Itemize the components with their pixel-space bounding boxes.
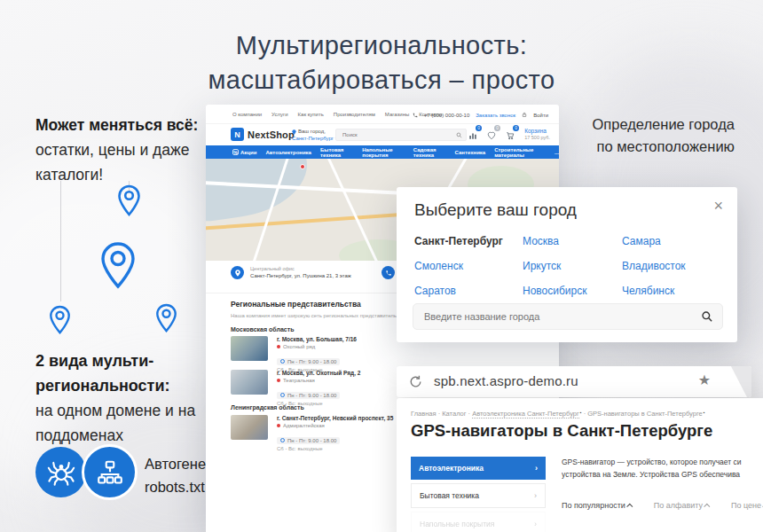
breadcrumb-link[interactable]: GPS-навигаторы в Санкт-Петербурге xyxy=(587,410,702,418)
bookmark-star-icon[interactable]: ★ xyxy=(698,372,711,388)
refresh-icon[interactable] xyxy=(408,374,423,389)
clock-icon xyxy=(280,393,285,397)
city-list: Санкт-Петербург Москва Самара Смоленск И… xyxy=(414,235,728,297)
menu-item[interactable]: Строительные материалы xyxy=(494,147,546,158)
page-title: Мультирегиональность: масштабироваться –… xyxy=(0,28,763,98)
city-link[interactable]: Новосибирск xyxy=(523,285,622,297)
compare-icon[interactable]: 0 xyxy=(468,128,478,137)
store-photo xyxy=(231,370,268,395)
metro-icon xyxy=(277,424,280,427)
shop-logo[interactable]: N NextShop xyxy=(231,128,295,141)
sidebar-item-active[interactable]: Автоэлектроника› xyxy=(411,457,546,480)
city-link[interactable]: Самара xyxy=(622,235,728,247)
map-pin-icon xyxy=(99,241,137,289)
shop-topbar: О компании Услуги Как купить Производите… xyxy=(206,105,559,124)
top-link[interactable]: Как купить xyxy=(298,112,324,117)
url-text[interactable]: spb.next.aspro-demo.ru xyxy=(434,373,578,388)
menu-item[interactable]: Сантехника xyxy=(455,150,486,155)
city-link[interactable]: Москва xyxy=(523,235,622,247)
map-pin-icon xyxy=(117,184,141,216)
breadcrumb-link[interactable]: Автоэлектроника Санкт-Петербург xyxy=(472,410,579,419)
favorites-icon[interactable]: 0 xyxy=(487,128,497,137)
city-modal: Выберите ваш город × Санкт-Петербург Мос… xyxy=(397,187,737,342)
phone-icon xyxy=(385,270,391,276)
feature-text: Может меняться всё: остатки, цены и даже… xyxy=(35,113,220,187)
catalog-page: Главная · Каталог · Автоэлектроника Санк… xyxy=(397,398,763,532)
chevron-up-icon xyxy=(704,504,710,510)
metro-icon xyxy=(277,345,280,348)
city-link[interactable]: Саратов xyxy=(414,285,523,297)
menu-item[interactable]: Садовая техника xyxy=(413,147,446,158)
store-photo xyxy=(231,415,268,440)
top-link[interactable]: Магазины xyxy=(385,112,409,117)
guide-line xyxy=(60,181,61,301)
city-link[interactable]: Смоленск xyxy=(414,260,523,272)
chevron-right-icon: › xyxy=(535,464,538,473)
clock-icon xyxy=(280,438,285,442)
breadcrumb-link[interactable]: Каталог xyxy=(442,410,466,418)
callback-link[interactable]: Заказать звонок xyxy=(476,113,515,118)
browser-bar: spb.next.aspro-demo.ru ★ xyxy=(397,366,751,397)
map-pin-icon xyxy=(49,305,71,334)
city-link[interactable]: Иркутск xyxy=(523,260,622,272)
menu-item-sale[interactable]: %Акции xyxy=(232,149,256,155)
close-icon[interactable]: × xyxy=(713,197,723,215)
cart-badge: 0 xyxy=(513,125,519,131)
top-link[interactable]: Производителям xyxy=(334,112,375,117)
city-link[interactable]: Владивосток xyxy=(622,260,728,272)
region-heading: Ленинградская область xyxy=(231,404,304,411)
shop-main-menu: %Акции Автоэлектроника Бытовая техника Н… xyxy=(206,145,559,159)
multiregion-types-text: 2 вида мульти-региональности: на одном д… xyxy=(35,348,226,448)
top-link[interactable]: О компании xyxy=(232,112,262,117)
city-current[interactable]: Санкт-Петербург xyxy=(414,235,523,247)
city-link[interactable]: Челябинск xyxy=(622,285,728,297)
compare-badge: 0 xyxy=(476,125,482,131)
sidebar-item[interactable]: Напольные покрытия› xyxy=(411,512,546,532)
catalog-heading: GPS-навигаторы в Санкт-Петербурге xyxy=(411,421,712,441)
favorites-badge: 0 xyxy=(494,125,500,131)
city-selector[interactable]: Санкт-Петербург ▾ xyxy=(292,135,338,142)
cart-icon[interactable]: 0 xyxy=(506,128,515,137)
sitemap-icon xyxy=(96,458,124,487)
region-heading: Московская область xyxy=(231,326,294,332)
search-icon[interactable] xyxy=(701,310,713,323)
tab-edge xyxy=(714,366,751,397)
sort-popularity[interactable]: По популярности xyxy=(562,501,633,510)
search-icon xyxy=(456,132,462,138)
chevron-right-icon: › xyxy=(534,491,537,500)
lock-icon xyxy=(522,112,527,118)
sort-price[interactable]: По цене xyxy=(731,501,763,510)
login-link[interactable]: Войти xyxy=(533,113,548,118)
shop-top-links: О компании Услуги Как купить Производите… xyxy=(232,112,442,117)
chevron-right-icon: › xyxy=(534,520,537,528)
sort-alphabet[interactable]: По алфавиту xyxy=(654,501,710,510)
map-water xyxy=(206,159,313,225)
cart-summary[interactable]: Корзина 17 500 руб. xyxy=(524,128,550,140)
breadcrumb: Главная · Каталог · Автоэлектроника Санк… xyxy=(411,410,704,418)
breadcrumb-link[interactable]: Главная xyxy=(411,410,437,418)
store-photo xyxy=(231,336,268,361)
sitemap-badge xyxy=(82,444,138,500)
map-marker xyxy=(300,164,305,169)
sidebar-item[interactable]: Бытовая техника› xyxy=(411,483,546,508)
clock-icon xyxy=(280,359,285,364)
regional-section-title: Региональные представительства xyxy=(231,300,361,309)
robots-badge xyxy=(35,447,86,497)
top-link[interactable]: Услуги xyxy=(271,112,287,117)
menu-item[interactable]: Автоэлектроника xyxy=(265,150,311,155)
city-search[interactable] xyxy=(413,303,723,330)
menu-item[interactable]: Напольные покрытия xyxy=(362,147,405,158)
catalog-description: GPS-навигатор — устройство, которое полу… xyxy=(562,457,763,481)
contact-office: Центральный офисСанкт-Петербург, ул. Пуш… xyxy=(231,266,351,279)
city-label: Ваш город, xyxy=(292,128,338,135)
city-search-input[interactable] xyxy=(422,309,692,325)
menu-item-more[interactable]: ... xyxy=(555,150,559,155)
shop-search[interactable] xyxy=(335,129,467,141)
percent-icon: % xyxy=(232,149,239,155)
catalog-sidebar: Автоэлектроника› Бытовая техника› Наполь… xyxy=(411,457,546,532)
slide-canvas: Мультирегиональность: масштабироваться –… xyxy=(0,0,763,532)
shop-search-input[interactable] xyxy=(341,130,447,139)
menu-item[interactable]: Бытовая техника xyxy=(320,147,353,158)
pin-icon xyxy=(234,270,240,277)
sort-bar: По популярности По алфавиту По цене xyxy=(562,501,763,510)
